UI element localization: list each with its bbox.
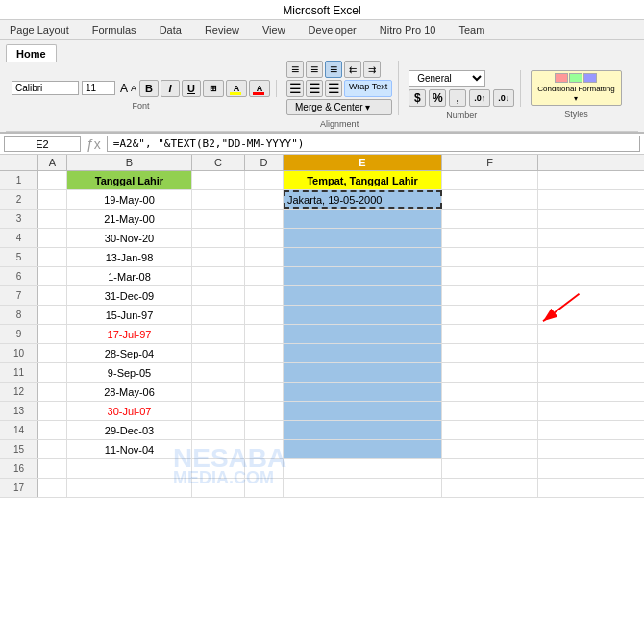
font-size-input[interactable] xyxy=(82,81,115,95)
cell-d11[interactable] xyxy=(245,363,284,382)
increase-font-icon[interactable]: A xyxy=(120,82,128,95)
cell-a5[interactable] xyxy=(38,248,67,266)
cell-f1[interactable] xyxy=(442,171,538,189)
cell-d13[interactable] xyxy=(245,402,284,420)
cell-c1[interactable] xyxy=(192,171,245,189)
cell-f4[interactable] xyxy=(442,229,538,247)
menu-page-layout[interactable]: Page Layout xyxy=(6,22,73,37)
cell-d6[interactable] xyxy=(245,267,284,285)
menu-team[interactable]: Team xyxy=(455,22,488,37)
cell-d17[interactable] xyxy=(245,479,284,497)
cell-d4[interactable] xyxy=(245,229,284,247)
cell-c14[interactable] xyxy=(192,421,245,439)
cell-e17[interactable] xyxy=(284,479,442,497)
cell-e5[interactable] xyxy=(284,248,442,266)
cell-f16[interactable] xyxy=(442,459,538,478)
cell-e11[interactable] xyxy=(284,363,442,382)
underline-button[interactable]: U xyxy=(182,80,201,97)
cell-b2[interactable]: 19-May-00 xyxy=(67,190,192,209)
number-format-select[interactable]: General xyxy=(409,70,485,87)
dollar-button[interactable]: $ xyxy=(409,89,426,107)
cell-b15[interactable]: 11-Nov-04 xyxy=(67,440,192,458)
align-top-right-button[interactable]: ≡ xyxy=(325,61,342,78)
cell-f2[interactable] xyxy=(442,190,538,209)
border-button[interactable]: ⊞ xyxy=(203,80,224,97)
cell-c9[interactable] xyxy=(192,325,245,343)
cell-f9[interactable] xyxy=(442,325,538,343)
decrease-decimal-button[interactable]: .0↓ xyxy=(493,89,514,107)
cell-a14[interactable] xyxy=(38,421,67,439)
menu-review[interactable]: Review xyxy=(201,22,243,37)
cell-c8[interactable] xyxy=(192,306,245,324)
cell-a9[interactable] xyxy=(38,325,67,343)
cell-e13[interactable] xyxy=(284,402,442,420)
cell-b5[interactable]: 13-Jan-98 xyxy=(67,248,192,266)
cell-d8[interactable] xyxy=(245,306,284,324)
cell-b13[interactable]: 30-Jul-07 xyxy=(67,402,192,420)
cell-f15[interactable] xyxy=(442,440,538,458)
cell-f17[interactable] xyxy=(442,479,538,497)
cell-c2[interactable] xyxy=(192,190,245,209)
cell-e1[interactable]: Tempat, Tanggal Lahir xyxy=(284,171,442,189)
cell-f6[interactable] xyxy=(442,267,538,285)
cell-a1[interactable] xyxy=(38,171,67,189)
cell-f3[interactable] xyxy=(442,210,538,228)
cell-a7[interactable] xyxy=(38,286,67,305)
cell-f14[interactable] xyxy=(442,421,538,439)
cell-d3[interactable] xyxy=(245,210,284,228)
formula-input[interactable] xyxy=(107,136,640,152)
decrease-font-icon[interactable]: A xyxy=(131,84,136,93)
cell-f5[interactable] xyxy=(442,248,538,266)
align-top-center-button[interactable]: ≡ xyxy=(306,61,323,78)
cell-a16[interactable] xyxy=(38,459,67,478)
cell-b6[interactable]: 1-Mar-08 xyxy=(67,267,192,285)
cell-f13[interactable] xyxy=(442,402,538,420)
cell-f7[interactable] xyxy=(442,286,538,305)
cell-c16[interactable] xyxy=(192,459,245,478)
cell-e12[interactable] xyxy=(284,383,442,401)
merge-center-button[interactable]: Merge & Center ▾ xyxy=(286,99,392,115)
cell-e3[interactable] xyxy=(284,210,442,228)
italic-button[interactable]: I xyxy=(161,80,180,97)
cell-e14[interactable] xyxy=(284,421,442,439)
cell-b3[interactable]: 21-May-00 xyxy=(67,210,192,228)
col-header-d[interactable]: D xyxy=(245,155,284,170)
cell-e8[interactable] xyxy=(284,306,442,324)
cell-d10[interactable] xyxy=(245,344,284,362)
cell-b9[interactable]: 17-Jul-97 xyxy=(67,325,192,343)
cell-d16[interactable] xyxy=(245,459,284,478)
cell-d7[interactable] xyxy=(245,286,284,305)
cell-a3[interactable] xyxy=(38,210,67,228)
increase-decimal-button[interactable]: .0↑ xyxy=(469,89,490,107)
name-box-input[interactable] xyxy=(4,136,81,152)
cell-d2[interactable] xyxy=(245,190,284,209)
indent-decrease-button[interactable]: ⇇ xyxy=(344,61,361,78)
cell-b14[interactable]: 29-Dec-03 xyxy=(67,421,192,439)
cell-f12[interactable] xyxy=(442,383,538,401)
cell-d12[interactable] xyxy=(245,383,284,401)
cell-a11[interactable] xyxy=(38,363,67,382)
cell-e6[interactable] xyxy=(284,267,442,285)
font-name-input[interactable] xyxy=(12,81,79,95)
percent-button[interactable]: % xyxy=(429,89,446,107)
cell-a13[interactable] xyxy=(38,402,67,420)
menu-nitro[interactable]: Nitro Pro 10 xyxy=(376,22,440,37)
menu-formulas[interactable]: Formulas xyxy=(88,22,140,37)
cell-a6[interactable] xyxy=(38,267,67,285)
cell-d5[interactable] xyxy=(245,248,284,266)
cell-d9[interactable] xyxy=(245,325,284,343)
cell-e4[interactable] xyxy=(284,229,442,247)
cell-b10[interactable]: 28-Sep-04 xyxy=(67,344,192,362)
bold-button[interactable]: B xyxy=(139,80,159,97)
col-header-c[interactable]: C xyxy=(192,155,245,170)
cell-a8[interactable] xyxy=(38,306,67,324)
cell-c4[interactable] xyxy=(192,229,245,247)
wrap-text-button[interactable]: Wrap Text xyxy=(344,80,392,97)
cell-e15[interactable] xyxy=(284,440,442,458)
menu-developer[interactable]: Developer xyxy=(305,22,360,37)
font-color-button[interactable]: A xyxy=(249,80,270,97)
cell-a2[interactable] xyxy=(38,190,67,209)
cell-d15[interactable] xyxy=(245,440,284,458)
col-header-a[interactable]: A xyxy=(38,155,67,170)
cell-f11[interactable] xyxy=(442,363,538,382)
